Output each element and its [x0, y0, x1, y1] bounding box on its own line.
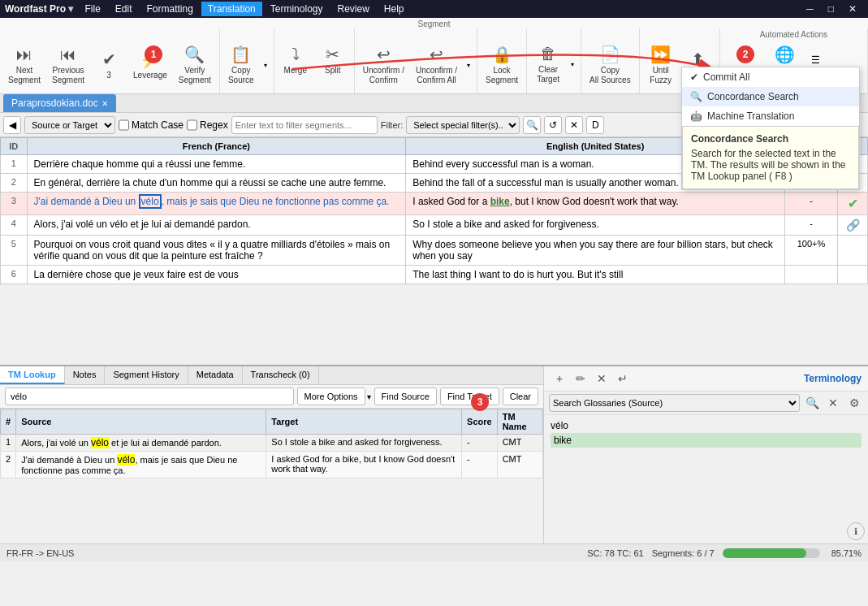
doc-tab-paraprosdokian[interactable]: Paraprosdokian.doc ✕: [3, 94, 116, 112]
merge-button[interactable]: ⤵ Merge: [278, 42, 313, 79]
concordance-tooltip: Concordance Search Search for the select…: [682, 126, 859, 189]
row-1-source[interactable]: Derrière chaque homme qui a réussi une f…: [27, 155, 406, 174]
term-entry-bike[interactable]: bike: [551, 433, 862, 448]
tm-tabs: TM Lookup Notes Segment History Metadata…: [0, 366, 543, 385]
special-filter-dropdown[interactable]: Select special filter(s)...: [406, 116, 520, 134]
menu-help[interactable]: Help: [378, 2, 411, 16]
regex-checkbox[interactable]: [187, 116, 197, 134]
badge-1: 1: [145, 45, 162, 63]
row-3-score: -: [784, 193, 837, 215]
unconfirm-button[interactable]: ↩ Unconfirm /Confirm: [358, 41, 409, 89]
term-settings-icon[interactable]: ⚙: [845, 394, 863, 412]
collapse-button[interactable]: ◀: [3, 116, 21, 134]
tm-search-input[interactable]: [5, 387, 294, 405]
term-glossary-dropdown[interactable]: Search Glossaries (Source): [549, 394, 800, 412]
search-icon-btn[interactable]: 🔍: [523, 116, 541, 134]
menu-review[interactable]: Review: [330, 2, 375, 16]
tm-row[interactable]: 2 J'ai demandé à Dieu un vélo, mais je s…: [1, 452, 543, 478]
copy-all-sources-button[interactable]: 📄 CopyAll Sources: [585, 41, 636, 89]
menu-file[interactable]: File: [78, 2, 106, 16]
regex-label[interactable]: Regex: [187, 116, 228, 134]
row-2-source[interactable]: En général, derrière la chute d'un homme…: [27, 174, 406, 193]
tab-metadata[interactable]: Metadata: [188, 366, 243, 384]
machine-translation-item[interactable]: 🤖 Machine Translation: [682, 106, 859, 126]
menu-terminology[interactable]: Terminology: [264, 2, 330, 16]
confirm-dropdown[interactable]: ▾: [464, 41, 473, 89]
row-5-score: 100+%: [784, 236, 837, 266]
menu-translation[interactable]: Translation: [201, 2, 262, 16]
commit-all-item[interactable]: ✔ Commit All: [682, 67, 859, 87]
term-link-button[interactable]: ↵: [614, 370, 632, 387]
row-3-status: ✔: [838, 193, 868, 215]
tab-tm-lookup[interactable]: TM Lookup: [0, 366, 65, 384]
menu-edit[interactable]: Edit: [109, 2, 139, 16]
unconfirm-all-button[interactable]: ↩ Unconfirm /Confirm All: [411, 41, 462, 89]
tm-col-name: TM Name: [497, 409, 542, 435]
tooltip-title: Concordance Search: [691, 133, 850, 145]
table-row[interactable]: 4 Alors, j'ai volé un vélo et je lui ai …: [1, 215, 868, 236]
row-4-score: -: [784, 215, 837, 236]
verify-segment-button[interactable]: 🔍 VerifySegment: [174, 41, 216, 89]
copy-all-label: CopyAll Sources: [589, 66, 631, 85]
term-clear-search[interactable]: ✕: [824, 394, 842, 412]
match-case-checkbox[interactable]: [119, 116, 129, 134]
row-6-source[interactable]: La dernière chose que je veux faire est …: [27, 266, 406, 284]
lock-icon: 🔒: [492, 45, 512, 64]
source-target-dropdown[interactable]: Source or Target: [24, 116, 115, 134]
copy-source-button[interactable]: 📋 CopySource: [223, 41, 259, 89]
split-button[interactable]: ✂ Split: [315, 41, 351, 79]
term-info-button[interactable]: ℹ: [847, 522, 865, 540]
copy-source-dropdown[interactable]: ▾: [261, 41, 270, 89]
lock-segment-button[interactable]: 🔒 LockSegment: [481, 41, 523, 89]
tab-segment-history[interactable]: Segment History: [105, 366, 188, 384]
table-row[interactable]: 5 Pourquoi on vous croit quand vous dite…: [1, 236, 868, 266]
term-add-button[interactable]: +: [551, 370, 568, 387]
term-delete-button[interactable]: ✕: [593, 370, 611, 387]
find-target-button[interactable]: Find Target: [440, 387, 499, 405]
app-name: Wordfast Pro ▾: [5, 3, 73, 15]
row-5-target[interactable]: Why does someone believe you when you sa…: [406, 236, 785, 266]
match-case-label[interactable]: Match Case: [119, 116, 184, 134]
tm-row-2-score: -: [462, 452, 498, 478]
more-options-button[interactable]: More Options: [297, 387, 365, 405]
clear-filter-btn[interactable]: ✕: [565, 116, 583, 134]
row-4-target[interactable]: So I stole a bike and asked for forgiven…: [406, 215, 785, 236]
previous-segment-button[interactable]: ⏮ PreviousSegment: [47, 42, 89, 89]
term-edit-button[interactable]: ✏: [572, 370, 589, 387]
minimize-button[interactable]: ─: [800, 2, 820, 16]
row-5-source[interactable]: Pourquoi on vous croit quand vous dites …: [27, 236, 406, 266]
clear-button[interactable]: Clear: [503, 387, 538, 405]
commit-button[interactable]: ✔ 3: [91, 46, 127, 84]
row-2-id: 2: [1, 174, 28, 193]
row-3-source[interactable]: J'ai demandé à Dieu un vélo, mais je sai…: [27, 193, 406, 215]
concordance-search-label: Concordance Search: [707, 91, 799, 102]
maximize-button[interactable]: □: [822, 2, 840, 16]
split-icon: ✂: [326, 45, 339, 64]
clear-dropdown[interactable]: ▾: [568, 41, 577, 88]
previous-btn[interactable]: D: [586, 116, 604, 134]
more-options-arrow[interactable]: ▾: [367, 392, 371, 401]
refresh-icon-btn[interactable]: ↺: [544, 116, 562, 134]
row-6-status: [838, 266, 868, 284]
close-button[interactable]: ✕: [842, 2, 863, 16]
menu-formatting[interactable]: Formatting: [140, 2, 200, 16]
tab-notes[interactable]: Notes: [65, 366, 106, 384]
find-source-button[interactable]: Find Source: [374, 387, 437, 405]
row-6-target[interactable]: The last thing I want to do is hurt you.…: [406, 266, 785, 284]
row-4-source[interactable]: Alors, j'ai volé un vélo et je lui ai de…: [27, 215, 406, 236]
segment-filter-input[interactable]: [231, 116, 378, 134]
table-row[interactable]: 6 La dernière chose que je veux faire es…: [1, 266, 868, 284]
concordance-search-item[interactable]: 🔍 Concordance Search: [682, 87, 859, 106]
tm-row[interactable]: 1 Alors, j'ai volé un vélo et je lui ai …: [1, 435, 543, 452]
commit-label: 3: [106, 71, 111, 80]
doc-tab-close[interactable]: ✕: [101, 99, 108, 108]
clear-target-button[interactable]: 🗑 ClearTarget: [530, 41, 566, 88]
table-row[interactable]: 3 J'ai demandé à Dieu un vélo, mais je s…: [1, 193, 868, 215]
until-fuzzy-button[interactable]: ⏩ UntilFuzzy: [643, 41, 679, 89]
term-search-icon[interactable]: 🔍: [803, 394, 821, 412]
row-3-target[interactable]: I asked God for a bike, but I know God d…: [406, 193, 785, 215]
split-label: Split: [325, 66, 340, 76]
tab-transcheck[interactable]: Transcheck (0): [243, 366, 319, 384]
next-segment-button[interactable]: ⏭ NextSegment: [3, 42, 45, 89]
term-entry-velo[interactable]: vélo: [551, 418, 862, 433]
